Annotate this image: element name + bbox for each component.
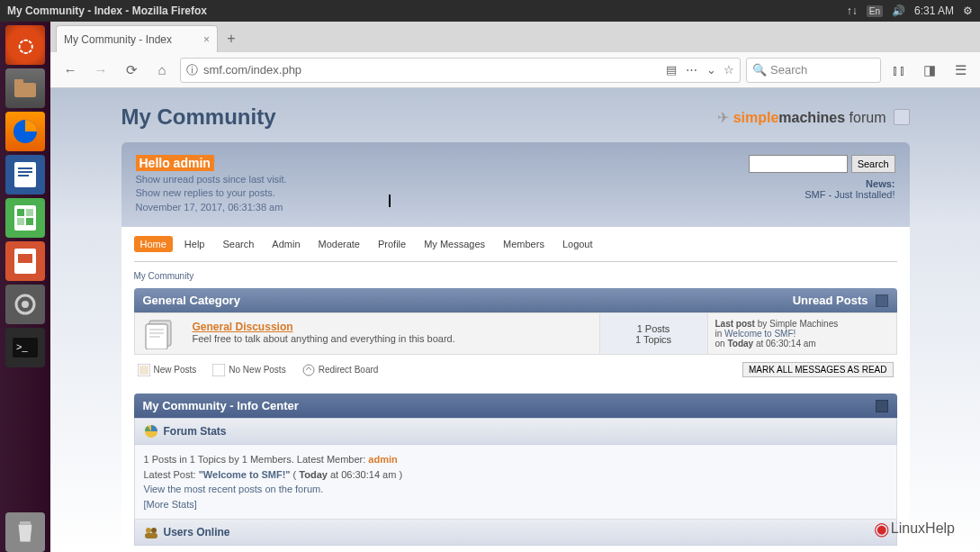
view-recent-posts-link[interactable]: View the most recent posts on the forum. — [144, 484, 324, 494]
more-stats-link[interactable]: [More Stats] — [144, 499, 197, 510]
smf-logo[interactable]: ✈ simplemachines forum — [717, 109, 886, 126]
last-post-topic[interactable]: Welcome to SMF! — [724, 329, 796, 339]
latest-member-link[interactable]: admin — [368, 454, 397, 465]
launcher-terminal-icon[interactable]: >_ — [5, 328, 45, 367]
menu-messages[interactable]: My Messages — [418, 236, 491, 252]
new-posts-icon — [138, 364, 150, 376]
users-icon — [144, 525, 158, 539]
bookmark-icon[interactable]: ☆ — [724, 63, 734, 77]
latest-post-link[interactable]: "Welcome to SMF!" — [199, 469, 291, 480]
user-greeting-block: Hello admin Show unread posts since last… — [136, 155, 749, 214]
main-menu: Home Help Search Admin Moderate Profile … — [134, 236, 897, 262]
launcher-files-icon[interactable] — [5, 68, 45, 108]
menu-members[interactable]: Members — [497, 236, 551, 252]
users-online-title: Users Online — [164, 526, 230, 538]
search-icon: 🔍 — [752, 63, 767, 77]
svg-text:>_: >_ — [16, 341, 28, 352]
info-center-title: My Community - Info Center — [143, 399, 876, 412]
forum-search-input[interactable] — [749, 155, 848, 173]
collapse-header-button[interactable] — [894, 109, 910, 125]
page-viewport[interactable]: My Community ✈ simplemachines forum Hell… — [50, 88, 980, 552]
svg-rect-8 — [17, 209, 24, 216]
launcher-dash-icon[interactable]: ◌ — [5, 25, 45, 65]
pocket-icon[interactable]: ⌄ — [706, 63, 716, 77]
link-unread-posts[interactable]: Show unread posts since last visit. — [136, 174, 287, 185]
firefox-window: My Community - Index × + ← → ⟳ ⌂ ⓘ smf.c… — [50, 22, 980, 552]
browser-search-bar[interactable]: 🔍 Search — [746, 58, 881, 83]
tab-close-icon[interactable]: × — [203, 33, 210, 46]
clock[interactable]: 6:31 AM — [914, 5, 954, 17]
launcher-settings-icon[interactable] — [5, 285, 45, 324]
menu-profile[interactable]: Profile — [372, 236, 412, 252]
reader-icon[interactable]: ▤ — [666, 63, 677, 77]
launcher-calc-icon[interactable] — [5, 198, 45, 238]
page-actions-icon[interactable]: ⋯ — [686, 63, 697, 77]
board-stats: 1 Posts 1 Topics — [599, 313, 707, 354]
sidebar-icon[interactable]: ◨ — [917, 58, 942, 83]
language-indicator[interactable]: En — [867, 5, 883, 17]
last-post-label: Last post — [715, 319, 755, 329]
forum-stats-header: Forum Stats — [134, 418, 897, 445]
menu-search[interactable]: Search — [216, 236, 260, 252]
linuxhelp-icon: ◉ — [874, 518, 889, 539]
power-icon[interactable]: ⚙ — [963, 5, 973, 17]
forum-search-button[interactable]: Search — [851, 155, 895, 173]
main-panel: Home Help Search Admin Moderate Profile … — [121, 227, 910, 551]
legend-no-new-posts: No New Posts — [212, 364, 285, 376]
forum-container: My Community ✈ simplemachines forum Hell… — [111, 88, 921, 552]
breadcrumb[interactable]: My Community — [134, 271, 897, 281]
tab-strip: My Community - Index × + — [50, 22, 980, 52]
home-button[interactable]: ⌂ — [149, 58, 175, 83]
latest-post-label: Latest Post: — [144, 469, 199, 480]
forum-header: My Community ✈ simplemachines forum — [121, 99, 910, 135]
reload-button[interactable]: ⟳ — [119, 58, 144, 83]
forum-title[interactable]: My Community — [121, 104, 718, 130]
board-info: General Discussion Feel free to talk abo… — [185, 313, 599, 354]
collapse-category-button[interactable] — [876, 294, 888, 307]
unread-posts-link[interactable]: Unread Posts — [793, 294, 868, 307]
user-panel: Hello admin Show unread posts since last… — [121, 142, 910, 227]
launcher-impress-icon[interactable] — [5, 241, 45, 281]
collapse-info-button[interactable] — [876, 400, 888, 412]
board-name[interactable]: General Discussion — [193, 321, 293, 333]
tab-label: My Community - Index — [64, 33, 203, 46]
board-description: Feel free to talk about anything and eve… — [193, 333, 592, 344]
info-icon[interactable]: ⓘ — [186, 62, 198, 78]
sound-icon[interactable]: 🔊 — [892, 5, 905, 17]
menu-logout[interactable]: Logout — [556, 236, 599, 252]
menu-moderate[interactable]: Moderate — [312, 236, 366, 252]
new-tab-button[interactable]: + — [218, 25, 245, 52]
network-icon[interactable]: ↑↓ — [847, 5, 858, 17]
search-placeholder: Search — [770, 63, 807, 77]
category-title[interactable]: General Category — [143, 294, 793, 307]
legend-new-posts: New Posts — [138, 364, 197, 376]
url-bar[interactable]: ⓘ smf.com/index.php ▤ ⋯ ⌄ ☆ — [180, 58, 741, 83]
board-last-post: Last post by Simple Machines in Welcome … — [707, 313, 896, 354]
link-new-replies[interactable]: Show new replies to your posts. — [136, 187, 275, 198]
ubuntu-launcher: ◌ >_ — [0, 22, 50, 552]
launcher-writer-icon[interactable] — [5, 155, 45, 195]
forum-stats-body: 1 Posts in 1 Topics by 1 Members. Latest… — [134, 445, 897, 520]
menu-home[interactable]: Home — [134, 236, 173, 252]
svg-rect-11 — [26, 218, 33, 225]
board-icon[interactable] — [135, 313, 185, 354]
text-cursor-indicator — [389, 195, 391, 207]
launcher-firefox-icon[interactable] — [5, 112, 45, 151]
svg-point-29 — [146, 528, 151, 533]
svg-rect-31 — [145, 533, 157, 538]
launcher-trash-icon[interactable] — [5, 512, 45, 552]
menu-admin[interactable]: Admin — [265, 236, 306, 252]
menu-help[interactable]: Help — [178, 236, 211, 252]
back-button[interactable]: ← — [58, 58, 83, 83]
last-post-on-label: on — [715, 339, 728, 348]
last-post-time: at 06:30:14 am — [753, 339, 816, 348]
panel-indicators: ↑↓ En 🔊 6:31 AM ⚙ — [847, 5, 973, 17]
hamburger-menu-icon[interactable]: ☰ — [948, 58, 973, 83]
forward-button[interactable]: → — [88, 58, 113, 83]
svg-rect-26 — [212, 364, 225, 376]
mark-all-read-button[interactable]: MARK ALL MESSAGES AS READ — [742, 362, 894, 377]
news-text: SMF - Just Installed! — [749, 189, 895, 200]
browser-tab-active[interactable]: My Community - Index × — [56, 25, 218, 52]
library-icon[interactable]: ⫿⫿ — [886, 58, 912, 83]
nav-bar: ← → ⟳ ⌂ ⓘ smf.com/index.php ▤ ⋯ ⌄ ☆ 🔍 Se… — [50, 52, 980, 88]
